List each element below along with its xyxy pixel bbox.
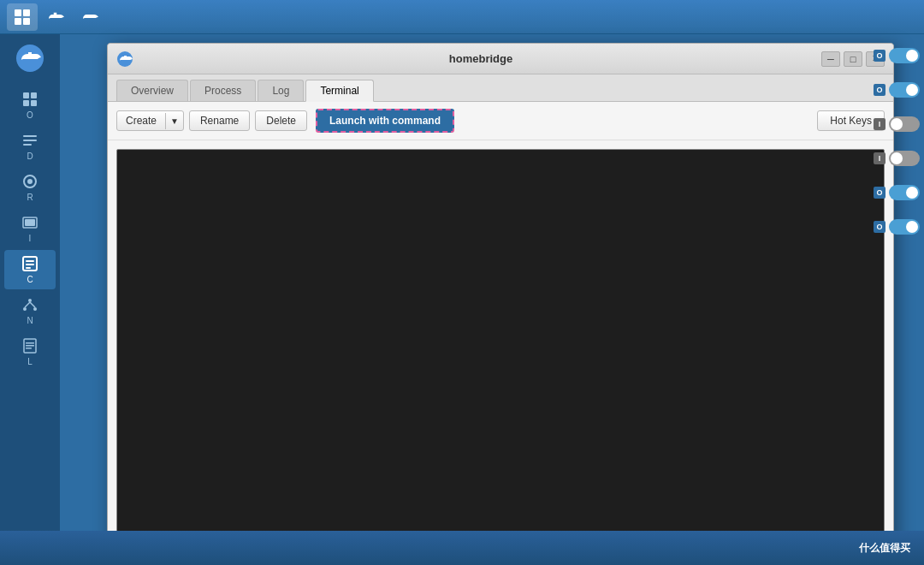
tab-terminal[interactable]: Terminal xyxy=(305,80,373,102)
sidebar-item-overview[interactable]: O xyxy=(4,86,56,125)
toggle-row-3: I xyxy=(868,111,920,137)
toggle-row-4: I xyxy=(868,146,920,171)
maximize-button[interactable]: □ xyxy=(844,51,862,67)
network-icon xyxy=(21,296,38,313)
dialog-tabs: Overview Process Log Terminal xyxy=(108,74,893,102)
content-area: homebridge ─ □ ✕ Overview Process Log Te… xyxy=(60,34,924,565)
svg-rect-40 xyxy=(121,58,123,60)
main-area: O D R xyxy=(0,34,924,565)
create-button-label[interactable]: Create xyxy=(117,111,165,130)
image-icon xyxy=(21,214,38,231)
svg-rect-4 xyxy=(50,15,53,17)
registry-icon xyxy=(21,173,38,190)
right-panel: O O I I O O xyxy=(864,34,924,565)
svg-rect-9 xyxy=(88,15,91,17)
taskbar xyxy=(0,0,924,34)
svg-rect-27 xyxy=(26,260,34,262)
svg-rect-6 xyxy=(57,15,60,17)
svg-rect-16 xyxy=(31,92,37,98)
toggle-4[interactable] xyxy=(889,151,920,166)
sidebar-logo xyxy=(13,41,47,75)
taskbar-grid-icon[interactable] xyxy=(7,3,38,31)
dialog-title-icon xyxy=(116,51,133,68)
toggle-label-4: I xyxy=(874,152,886,164)
svg-rect-42 xyxy=(124,56,127,57)
svg-rect-20 xyxy=(23,140,37,141)
sidebar-item-network-label: N xyxy=(27,316,33,325)
terminal-display[interactable] xyxy=(116,149,885,538)
svg-rect-15 xyxy=(23,92,29,98)
delete-button[interactable]: Delete xyxy=(255,110,307,131)
svg-rect-38 xyxy=(26,348,32,349)
tab-process[interactable]: Process xyxy=(190,80,256,101)
toggle-3[interactable] xyxy=(889,116,920,132)
dialog-titlebar: homebridge ─ □ ✕ xyxy=(108,44,893,74)
toggle-6[interactable] xyxy=(889,219,920,235)
svg-rect-21 xyxy=(23,144,32,146)
rename-button[interactable]: Rename xyxy=(189,110,250,131)
svg-rect-37 xyxy=(26,345,34,347)
toggle-label-6: O xyxy=(874,221,886,233)
taskbar-docker-icon-1[interactable] xyxy=(41,3,72,31)
log-icon xyxy=(21,337,38,354)
sidebar-item-image-label: I xyxy=(29,234,32,243)
sidebar-item-image[interactable]: I xyxy=(4,209,56,248)
dialog-window: homebridge ─ □ ✕ Overview Process Log Te… xyxy=(107,43,894,548)
minimize-button[interactable]: ─ xyxy=(821,51,840,67)
toggle-label-3: I xyxy=(874,118,886,130)
svg-rect-18 xyxy=(31,100,37,106)
svg-rect-1 xyxy=(23,9,30,16)
toggle-row-1: O xyxy=(868,43,920,68)
svg-rect-41 xyxy=(124,58,127,60)
toggle-label-1: O xyxy=(874,50,886,62)
tab-log[interactable]: Log xyxy=(258,80,304,101)
dialog-title: homebridge xyxy=(140,52,821,65)
terminal-toolbar: Create ▼ Rename Delete Launch with comma… xyxy=(108,102,893,140)
sidebar-item-container[interactable]: C xyxy=(4,250,56,289)
toggle-row-6: O xyxy=(868,214,920,240)
watermark-text: 什么值得买 xyxy=(859,541,910,556)
svg-line-33 xyxy=(25,302,30,307)
sidebar-item-registry-label: R xyxy=(27,193,33,202)
svg-rect-28 xyxy=(26,264,34,265)
tab-overview[interactable]: Overview xyxy=(116,80,188,101)
sidebar-item-log-label: L xyxy=(27,357,33,366)
svg-rect-19 xyxy=(23,135,37,137)
svg-point-32 xyxy=(33,307,37,311)
sidebar-item-network[interactable]: N xyxy=(4,291,56,330)
launch-command-button[interactable]: Launch with command xyxy=(316,109,454,133)
sidebar-item-registry[interactable]: R xyxy=(4,168,56,207)
sidebar-item-dsm[interactable]: D xyxy=(4,127,56,166)
svg-rect-25 xyxy=(25,219,35,226)
svg-rect-29 xyxy=(26,267,31,269)
overview-icon xyxy=(21,91,38,108)
bottom-bar: 什么值得买 xyxy=(0,531,924,565)
svg-point-30 xyxy=(28,299,32,302)
svg-rect-2 xyxy=(15,18,21,25)
toggle-2[interactable] xyxy=(889,82,920,98)
svg-rect-17 xyxy=(23,100,29,106)
toggle-1[interactable] xyxy=(889,48,920,63)
create-button[interactable]: Create ▼ xyxy=(116,110,184,131)
create-dropdown-arrow[interactable]: ▼ xyxy=(165,113,183,129)
container-icon xyxy=(21,255,38,272)
toggle-5[interactable] xyxy=(889,185,920,200)
sidebar-item-overview-label: O xyxy=(27,110,33,120)
dsm-icon xyxy=(21,132,38,149)
sidebar-item-log[interactable]: L xyxy=(4,332,56,372)
toggle-label-5: O xyxy=(874,187,886,199)
taskbar-docker-icon-2[interactable] xyxy=(75,3,106,31)
svg-point-23 xyxy=(27,179,33,184)
dialog-content: Create ▼ Rename Delete Launch with comma… xyxy=(108,102,893,547)
svg-rect-10 xyxy=(92,15,94,17)
svg-rect-8 xyxy=(85,15,87,17)
svg-rect-36 xyxy=(26,342,34,344)
svg-rect-5 xyxy=(54,15,56,17)
svg-point-31 xyxy=(23,307,27,311)
svg-rect-14 xyxy=(28,52,32,55)
sidebar: O D R xyxy=(0,34,60,565)
svg-rect-7 xyxy=(54,13,56,15)
toggle-row-2: O xyxy=(868,77,920,103)
svg-rect-12 xyxy=(23,56,27,58)
sidebar-item-container-label: C xyxy=(27,275,33,284)
